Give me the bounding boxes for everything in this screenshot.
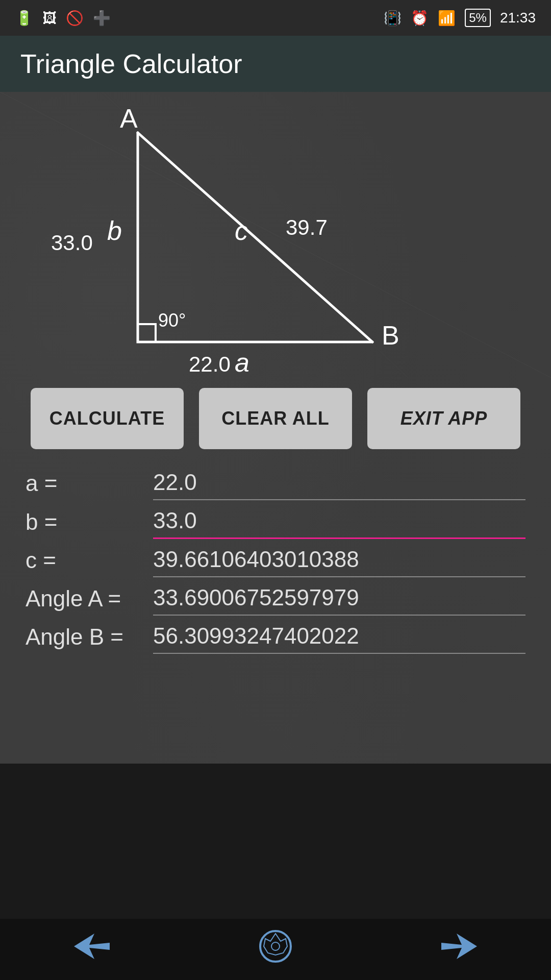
field-row-angle-a: Angle A = <box>26 585 525 618</box>
time-label: 21:33 <box>500 10 536 26</box>
svg-text:A: A <box>120 104 138 133</box>
svg-text:22.0: 22.0 <box>189 352 231 376</box>
svg-line-1 <box>102 92 408 378</box>
svg-point-14 <box>260 931 291 962</box>
bottom-nav <box>0 919 551 980</box>
alarm-icon: ⏰ <box>411 10 429 27</box>
svg-text:33.0: 33.0 <box>51 231 93 255</box>
svg-marker-13 <box>74 934 110 959</box>
field-row-b: b = <box>26 508 525 542</box>
nav-home-icon[interactable] <box>258 928 293 970</box>
exit-app-button[interactable]: EXIT APP <box>367 388 520 449</box>
main-content: A B b a c 33.0 22.0 39.7 90° CALCULATE C… <box>0 92 551 764</box>
svg-marker-15 <box>264 934 287 955</box>
field-input-c[interactable] <box>153 547 525 572</box>
svg-point-16 <box>271 942 280 950</box>
field-container-angle-b <box>153 623 525 654</box>
field-input-angle-b[interactable] <box>153 623 525 649</box>
field-label-c: c = <box>26 548 148 577</box>
no-wifi-icon: 🚫 <box>66 10 84 27</box>
buttons-row: CALCULATE CLEAR ALL EXIT APP <box>0 378 551 464</box>
field-container-c <box>153 547 525 577</box>
clear-all-button[interactable]: CLEAR ALL <box>199 388 352 449</box>
status-icons-left: 🔋 🖼 🚫 ➕ <box>15 10 111 27</box>
signal-icon: 📶 <box>438 10 456 27</box>
svg-rect-3 <box>138 324 156 342</box>
field-row-angle-b: Angle B = <box>26 623 525 656</box>
svg-text:a: a <box>235 348 249 377</box>
vibrate-icon: 📳 <box>384 10 402 27</box>
add-icon: ➕ <box>93 10 111 27</box>
app-title: Triangle Calculator <box>20 48 242 79</box>
svg-text:B: B <box>382 321 399 350</box>
field-row-a: a = <box>26 470 525 503</box>
nav-back-icon[interactable] <box>74 933 110 966</box>
field-label-b: b = <box>26 509 148 539</box>
field-label-angle-a: Angle A = <box>26 586 148 616</box>
field-input-a[interactable] <box>153 470 525 495</box>
field-input-angle-a[interactable] <box>153 585 525 610</box>
status-bar: 🔋 🖼 🚫 ➕ 📳 ⏰ 📶 5% 21:33 <box>0 0 551 36</box>
svg-text:b: b <box>107 216 122 246</box>
svg-text:c: c <box>235 216 248 246</box>
svg-text:90°: 90° <box>158 310 186 331</box>
field-label-angle-b: Angle B = <box>26 624 148 654</box>
field-label-a: a = <box>26 471 148 500</box>
nav-forward-icon[interactable] <box>441 934 477 965</box>
battery-percent: 5% <box>465 9 491 27</box>
fields-area: a = b = c = Angle A = An <box>0 464 551 672</box>
field-row-c: c = <box>26 547 525 580</box>
triangle-diagram: A B b a c 33.0 22.0 39.7 90° <box>0 92 551 378</box>
app-bar: Triangle Calculator <box>0 36 551 92</box>
status-icons-right: 📳 ⏰ 📶 5% 21:33 <box>384 9 536 27</box>
field-input-b[interactable] <box>153 508 525 533</box>
field-container-b <box>153 508 525 539</box>
svg-text:39.7: 39.7 <box>286 215 328 239</box>
field-container-angle-a <box>153 585 525 616</box>
svg-marker-17 <box>441 934 477 959</box>
calculate-button[interactable]: CALCULATE <box>31 388 184 449</box>
image-icon: 🖼 <box>42 10 57 27</box>
field-container-a <box>153 470 525 500</box>
battery-low-icon: 🔋 <box>15 10 33 27</box>
